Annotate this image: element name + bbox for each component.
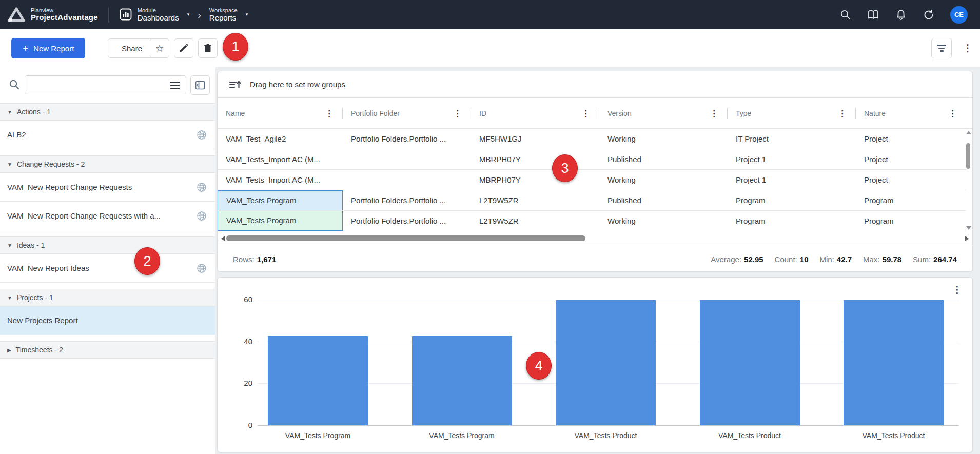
cell-nature[interactable]: Program xyxy=(856,190,966,210)
collapse-panel-button[interactable] xyxy=(190,75,210,95)
sidebar-item-label: ALB2 xyxy=(7,130,26,139)
cell-id[interactable]: MBRPH07Y xyxy=(471,170,599,190)
cell-portfolio-folder[interactable] xyxy=(343,170,471,190)
horizontal-scroll-thumb[interactable] xyxy=(226,235,585,241)
notifications-bell-icon[interactable] xyxy=(895,9,907,21)
column-header-type[interactable]: Type⋮ xyxy=(728,98,856,129)
sidebar-item-new-projects-report[interactable]: New Projects Report xyxy=(0,306,215,335)
cell-portfolio-folder[interactable]: Portfolio Folders.Portfolio ... xyxy=(343,190,471,210)
sidebar-section-ideas-1[interactable]: ▼Ideas - 1 xyxy=(0,236,215,254)
column-menu-icon[interactable]: ⋮ xyxy=(710,108,718,119)
cell-name[interactable]: VAM_Tests_Import AC (M... xyxy=(218,170,343,190)
cell-nature[interactable]: Program xyxy=(856,211,966,231)
breadcrumb-chevron-icon: › xyxy=(198,10,201,20)
workspace-reports-menu[interactable]: Workspace Reports ▾ xyxy=(209,7,248,23)
column-menu-icon[interactable]: ⋮ xyxy=(948,108,957,119)
scroll-left-arrow[interactable] xyxy=(221,236,225,241)
cell-type[interactable]: Program xyxy=(728,211,856,231)
cell-type[interactable]: Project 1 xyxy=(728,170,856,190)
cell-type[interactable]: Project 1 xyxy=(728,149,856,169)
star-icon: ☆ xyxy=(155,43,164,54)
row-group-drop-zone[interactable]: Drag here to set row groups xyxy=(218,71,972,98)
sidebar-section-actions-1[interactable]: ▼Actions - 1 xyxy=(0,103,215,121)
cell-nature[interactable]: Project xyxy=(856,170,966,190)
scroll-up-arrow[interactable] xyxy=(966,131,971,134)
cell-portfolio-folder[interactable]: Portfolio Folders.Portfolio ... xyxy=(343,211,471,231)
filter-button[interactable] xyxy=(931,38,952,58)
cell-version[interactable]: Published xyxy=(599,149,728,169)
delete-button[interactable] xyxy=(198,38,218,58)
cell-id[interactable]: MF5HW1GJ xyxy=(471,129,599,149)
cell-name[interactable]: VAM_Tests Program xyxy=(218,211,343,231)
column-header-label: Version xyxy=(607,98,632,129)
cell-portfolio-folder[interactable] xyxy=(343,149,471,169)
knowledge-base-icon[interactable] xyxy=(867,9,879,21)
cell-version[interactable]: Working xyxy=(599,129,728,149)
column-menu-icon[interactable]: ⋮ xyxy=(453,108,462,119)
cell-name[interactable]: VAM_Tests Program xyxy=(218,190,343,210)
cell-name[interactable]: VAM_Test_Agile2 xyxy=(218,129,343,149)
column-menu-icon[interactable]: ⋮ xyxy=(838,108,847,119)
caret-down-icon: ▼ xyxy=(7,295,12,301)
column-header-name[interactable]: Name⋮ xyxy=(218,98,343,129)
module-dashboards-menu[interactable]: Module Dashboards ▾ xyxy=(119,7,189,23)
stat-min: Min:42.7 xyxy=(819,255,852,264)
scroll-right-arrow[interactable] xyxy=(965,236,969,241)
sidebar-item-vam-new-report-change-requests[interactable]: VAM_New Report Change Requests xyxy=(0,173,215,202)
cell-nature[interactable]: Project xyxy=(856,129,966,149)
chart-kebab-icon[interactable]: ⋮ xyxy=(952,284,962,295)
vertical-scrollbar[interactable] xyxy=(965,130,972,231)
cell-portfolio-folder[interactable]: Portfolio Folders.Portfolio ... xyxy=(343,129,471,149)
cell-nature[interactable]: Project xyxy=(856,149,966,169)
cell-id[interactable]: L2T9W5ZR xyxy=(471,190,599,210)
edit-button[interactable] xyxy=(174,38,193,58)
sidebar-section-timesheets-2[interactable]: ▶Timesheets - 2 xyxy=(0,341,215,359)
table-row: VAM_Test_Agile2Portfolio Folders.Portfol… xyxy=(218,129,966,149)
column-header-id[interactable]: ID⋮ xyxy=(471,98,599,129)
cell-version[interactable]: Working xyxy=(599,211,728,231)
new-report-button[interactable]: + New Report xyxy=(11,38,85,58)
sidebar-section-change-requests-2[interactable]: ▼Change Requests - 2 xyxy=(0,155,215,173)
sidebar-item-label: VAM_New Report Change Requests with a... xyxy=(7,211,161,220)
column-header-nature[interactable]: Nature⋮ xyxy=(856,98,966,129)
column-header-version[interactable]: Version⋮ xyxy=(599,98,728,129)
stat-label: Max: xyxy=(863,255,880,264)
share-button[interactable]: Share xyxy=(108,38,156,58)
cell-type[interactable]: IT Project xyxy=(728,129,856,149)
column-menu-icon[interactable]: ⋮ xyxy=(325,108,334,119)
user-avatar[interactable]: CE xyxy=(950,6,968,24)
bar-3 xyxy=(556,300,656,425)
favorite-button[interactable]: ☆ xyxy=(150,38,169,58)
cell-version[interactable]: Published xyxy=(599,190,728,210)
horizontal-scrollbar[interactable] xyxy=(218,231,972,246)
toolbar-kebab-icon[interactable]: ⋮ xyxy=(961,41,975,56)
sidebar-search-input[interactable] xyxy=(25,75,186,94)
sidebar-section-label: Change Requests - 2 xyxy=(17,160,85,168)
scroll-down-arrow[interactable] xyxy=(966,226,971,230)
sidebar-section-projects-1[interactable]: ▼Projects - 1 xyxy=(0,289,215,306)
report-toolbar: + New Report Share ☆ xyxy=(0,29,980,67)
stat-value: 42.7 xyxy=(837,255,852,264)
refresh-icon[interactable] xyxy=(923,9,935,21)
cell-version[interactable]: Working xyxy=(599,170,728,190)
column-menu-icon[interactable]: ⋮ xyxy=(581,108,590,119)
sidebar-item-vam-new-report-change-requests-with-a[interactable]: VAM_New Report Change Requests with a... xyxy=(0,202,215,230)
grid-status-bar: Rows: 1,671 Average:52.95Count:10Min:42.… xyxy=(218,246,972,272)
topbar-divider xyxy=(108,7,109,23)
cell-id[interactable]: MBRPH07Y xyxy=(471,149,599,169)
search-icon[interactable] xyxy=(839,9,852,21)
cell-id[interactable]: L2T9W5ZR xyxy=(471,211,599,231)
column-header-portfolio-folder[interactable]: Portfolio Folder⋮ xyxy=(343,98,471,129)
sidebar-item-alb2[interactable]: ALB2 xyxy=(0,121,215,149)
cell-type[interactable]: Program xyxy=(728,190,856,210)
sidebar-item-vam-new-report-ideas[interactable]: VAM_New Report Ideas xyxy=(0,254,215,283)
row-group-hint: Drag here to set row groups xyxy=(250,80,345,89)
globe-icon xyxy=(197,211,207,221)
annotation-badge-2: 2 xyxy=(134,247,160,275)
vertical-scroll-thumb[interactable] xyxy=(966,143,970,169)
search-menu-icon[interactable] xyxy=(170,82,180,91)
caret-down-icon: ▼ xyxy=(7,243,12,248)
cell-name[interactable]: VAM_Tests_Import AC (M... xyxy=(218,149,343,169)
stat-max: Max:59.78 xyxy=(863,255,901,264)
workspace-label: Reports xyxy=(209,13,238,22)
